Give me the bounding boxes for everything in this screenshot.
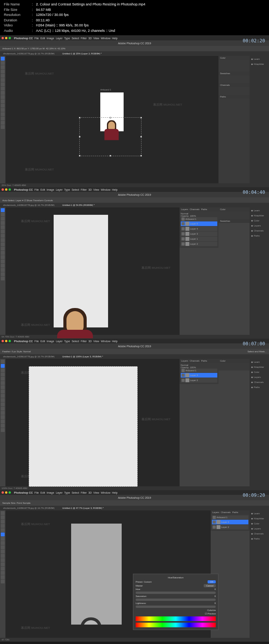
toolbox[interactable] xyxy=(0,510,5,638)
handle-t[interactable] xyxy=(110,117,111,118)
panel-paths[interactable]: Paths xyxy=(220,96,226,98)
visibility-icon[interactable] xyxy=(182,222,185,225)
shape-tool-icon[interactable] xyxy=(1,419,5,423)
dock-layers[interactable]: ◆Layers xyxy=(251,527,261,530)
marquee-tool-icon[interactable] xyxy=(1,364,5,368)
menu-window[interactable]: Window xyxy=(101,340,110,343)
app-name[interactable]: Photoshop CC xyxy=(14,188,33,191)
mac-menubar[interactable]: Photoshop CC File Edit Image Layer Type … xyxy=(0,187,269,192)
pen-tool-icon[interactable] xyxy=(1,558,5,562)
color-panel[interactable] xyxy=(218,363,250,371)
visibility-icon[interactable] xyxy=(213,520,216,524)
panel-swatches[interactable]: Swatches xyxy=(220,72,230,75)
panel-channels[interactable]: Channels xyxy=(221,511,231,513)
tab-untitled[interactable]: Untitled-1 @ 47.7% (Layer 3, RGB/8#) * xyxy=(61,507,105,509)
dock-kitaplik[interactable]: ◆Kitaplıklar xyxy=(251,366,264,368)
lasso-tool-icon[interactable] xyxy=(1,520,5,524)
zoom-tool-icon[interactable] xyxy=(1,277,5,280)
brush-tool-icon[interactable] xyxy=(1,385,5,389)
layer-2[interactable]: Layer 2 xyxy=(181,378,217,383)
color-panel[interactable] xyxy=(218,211,250,219)
menu-view[interactable]: View xyxy=(93,37,99,40)
zoom-tool-icon[interactable] xyxy=(1,428,5,432)
toolbox[interactable] xyxy=(0,359,5,486)
menu-image[interactable]: Image xyxy=(47,340,54,343)
dock-paths[interactable]: ◆Paths xyxy=(251,234,260,237)
dock-learn[interactable]: ◆Learn xyxy=(251,512,260,515)
menu-edit[interactable]: Edit xyxy=(40,491,45,494)
preset-label[interactable]: Preset: Custom xyxy=(136,581,152,583)
ok-button[interactable]: OK xyxy=(208,580,216,583)
document-tabs[interactable]: shutterstock_1428616778.jpg @ 16.7% (RGB… xyxy=(0,51,269,56)
hand-tool-icon[interactable] xyxy=(1,272,5,276)
gradient-tool-icon[interactable] xyxy=(1,247,5,251)
blur-tool-icon[interactable] xyxy=(1,99,5,103)
hand-tool-icon[interactable] xyxy=(1,575,5,579)
canvas-area[interactable]: 幕后网 MUHOU.NET 幕后网 MUHOU.NET 幕后网 MUHOU.NE… xyxy=(5,56,218,183)
crop-tool-icon[interactable] xyxy=(1,528,5,532)
lightness-value[interactable]: 0 xyxy=(215,602,216,604)
menu-file[interactable]: File xyxy=(35,491,39,494)
visibility-icon[interactable] xyxy=(182,242,185,245)
canvas-area[interactable]: 幕后网 MUHOU.NET 幕后网 MUHOU.NET 幕后网 MUHOU.NE… xyxy=(5,359,180,486)
zoom-tool-icon[interactable] xyxy=(1,580,5,583)
paths-panel[interactable] xyxy=(218,99,250,183)
marquee-tool-icon[interactable] xyxy=(1,61,5,65)
window-controls[interactable] xyxy=(2,37,11,39)
menu-3d[interactable]: 3D xyxy=(88,491,92,494)
menu-type[interactable]: Type xyxy=(64,37,70,40)
artboard[interactable]: Artboard 1 xyxy=(71,524,122,625)
hue-slider[interactable] xyxy=(136,592,216,594)
right-dock[interactable]: ◆Learn ◆Kitaplıklar xyxy=(250,56,269,183)
gradient-tool-icon[interactable] xyxy=(1,95,5,99)
menu-view[interactable]: View xyxy=(93,491,99,494)
lightness-slider[interactable] xyxy=(136,606,216,608)
layer-3[interactable]: Layer 3 xyxy=(181,231,217,236)
panels-dock[interactable]: Color xyxy=(218,359,250,486)
blur-tool-icon[interactable] xyxy=(1,251,5,255)
layer-2[interactable]: Layer 2 xyxy=(212,525,248,529)
cancel-button[interactable]: Cancel xyxy=(204,584,216,587)
app-name[interactable]: Photoshop CC xyxy=(14,37,33,40)
panel-color[interactable]: Color xyxy=(220,360,225,362)
dock-color[interactable]: ◆Color xyxy=(251,371,259,373)
visibility-icon[interactable] xyxy=(182,369,185,372)
preview-checkbox[interactable]: ☑ Preview xyxy=(205,612,216,615)
menu-filter[interactable]: Filter xyxy=(81,340,87,343)
options-bar[interactable]: Feather: 0 px Style: NormalSelect and Ma… xyxy=(0,349,269,354)
layer-3[interactable]: Layer 3 xyxy=(212,520,248,524)
crop-tool-icon[interactable] xyxy=(1,74,5,78)
dock-channels[interactable]: ◆Channels xyxy=(251,381,264,383)
toolbox[interactable] xyxy=(0,207,5,335)
options-bar[interactable]: Auto-Select: Layer ▾ ☑ Show Transform Co… xyxy=(0,197,269,203)
transform-box[interactable] xyxy=(79,117,141,156)
eyedropper-tool-icon[interactable] xyxy=(1,78,5,82)
visibility-icon[interactable] xyxy=(182,232,185,235)
menu-file[interactable]: File xyxy=(35,340,39,343)
marquee-tool-icon[interactable] xyxy=(1,212,5,216)
visibility-icon[interactable] xyxy=(213,516,216,519)
path-tool-icon[interactable] xyxy=(1,415,5,419)
wand-tool-icon[interactable] xyxy=(1,524,5,528)
handle-l[interactable] xyxy=(79,136,80,138)
visibility-icon[interactable] xyxy=(182,379,185,382)
path-tool-icon[interactable] xyxy=(1,112,5,116)
clone-tool-icon[interactable] xyxy=(1,390,5,393)
eraser-tool-icon[interactable] xyxy=(1,394,5,398)
tab-untitled[interactable]: Untitled-1 @ 100% (Layer 3, RGB/8#) * xyxy=(61,355,105,358)
dock-layers[interactable]: ◆Layers xyxy=(251,224,261,227)
menu-image[interactable]: Image xyxy=(47,188,54,191)
app-name[interactable]: Photoshop CC xyxy=(14,491,33,494)
eyedropper-tool-icon[interactable] xyxy=(1,533,5,536)
panel-layers[interactable]: Layers xyxy=(181,208,188,211)
move-tool-icon[interactable] xyxy=(1,57,5,61)
crop-tool-icon[interactable] xyxy=(1,225,5,229)
hand-tool-icon[interactable] xyxy=(1,424,5,428)
dock-learn[interactable]: ◆Learn xyxy=(251,57,260,60)
lasso-tool-icon[interactable] xyxy=(1,368,5,372)
path-tool-icon[interactable] xyxy=(1,264,5,268)
menu-type[interactable]: Type xyxy=(64,340,70,343)
artboard[interactable] xyxy=(54,215,108,327)
menu-select[interactable]: Select xyxy=(72,37,79,40)
menu-help[interactable]: Help xyxy=(112,491,117,494)
